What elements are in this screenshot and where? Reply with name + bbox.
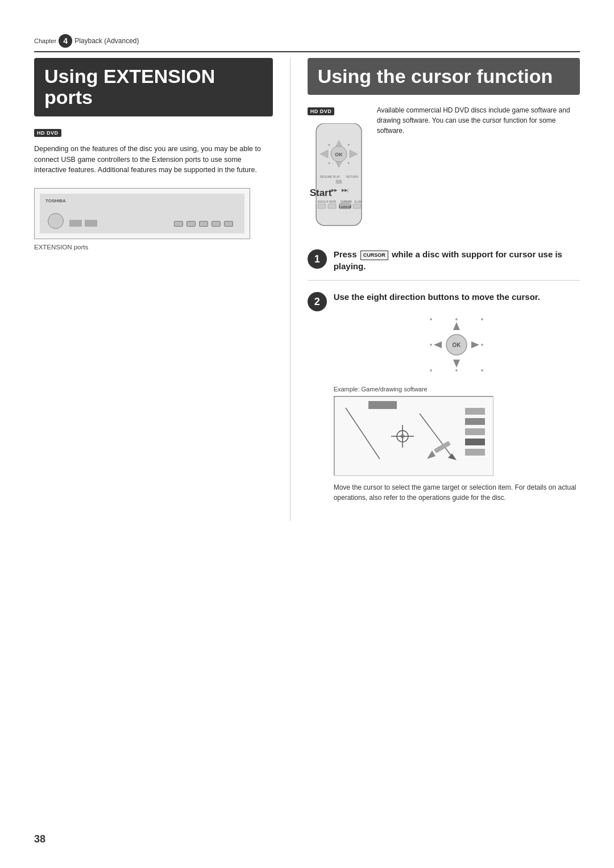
svg-rect-40 (368, 401, 397, 409)
right-intro-area: HD DVD (308, 105, 580, 239)
right-intro-paragraph: Available commercial HD DVD discs includ… (377, 105, 580, 136)
svg-point-8 (347, 144, 349, 146)
svg-point-9 (328, 162, 330, 164)
step-1: 1 Press CURSOR while a disc with support… (308, 248, 580, 281)
svg-point-10 (347, 162, 349, 164)
usb-port-1 (174, 221, 183, 227)
remote-image: HD DVD (308, 105, 370, 239)
step-1-text-before: Press (334, 249, 357, 259)
left-column: Using EXTENSION ports HD DVD Depending o… (34, 58, 291, 521)
svg-rect-13 (336, 180, 342, 183)
device-caption: EXTENSION ports (34, 244, 273, 251)
svg-rect-24 (353, 204, 361, 208)
step-1-number: 1 (308, 249, 327, 269)
svg-point-31 (430, 369, 432, 372)
svg-text:CURSOR: CURSOR (339, 205, 351, 208)
device-inner: TOSHIBA (40, 194, 244, 233)
usb-port-4 (211, 221, 221, 227)
chapter-header: Chapter 4 Playback (Advanced) (34, 34, 580, 52)
dpad-svg: OK (422, 311, 491, 379)
svg-point-29 (481, 344, 483, 346)
device-slots (69, 220, 97, 227)
svg-point-30 (430, 318, 432, 320)
svg-text:▶▶: ▶▶ (331, 188, 338, 192)
right-column: Using the cursor function HD DVD (291, 58, 580, 521)
svg-rect-45 (465, 449, 485, 456)
two-col-layout: Using EXTENSION ports HD DVD Depending o… (34, 58, 580, 521)
chapter-title: Playback (Advanced) (74, 37, 139, 45)
step-2-number: 2 (308, 292, 327, 311)
step-1-title: Press CURSOR while a disc with support f… (334, 248, 580, 272)
page-number: 38 (34, 833, 45, 845)
svg-point-25 (455, 318, 458, 320)
left-hd-dvd-badge: HD DVD (34, 127, 273, 141)
page: Chapter 4 Playback (Advanced) Using EXTE… (0, 0, 614, 868)
svg-point-32 (481, 369, 483, 372)
svg-marker-34 (453, 360, 460, 368)
svg-marker-35 (434, 341, 442, 348)
device-slot-2 (85, 220, 97, 227)
device-usb-ports (174, 221, 233, 227)
svg-rect-22 (318, 204, 326, 208)
step-2-title: Use the eight direction buttons to move … (334, 291, 580, 303)
svg-point-27 (455, 369, 458, 372)
svg-text:RETURN: RETURN (346, 175, 358, 178)
svg-marker-33 (453, 322, 460, 330)
dpad-illustration: OK (422, 311, 491, 379)
left-section-title: Using EXTENSION ports (34, 58, 273, 116)
left-hd-dvd-label: HD DVD (34, 129, 61, 137)
device-slot-1 (69, 220, 82, 227)
example-label: Example: Game/drawing software (334, 386, 580, 393)
chapter-label: Chapter (34, 37, 56, 44)
game-screen (334, 396, 493, 475)
step-1-content: Press CURSOR while a disc with support f… (334, 248, 580, 272)
svg-text:▶▶|: ▶▶| (342, 188, 349, 193)
usb-port-5 (224, 221, 233, 227)
svg-text:RESUME PLAY: RESUME PLAY (320, 175, 341, 178)
svg-text:OK: OK (453, 342, 462, 348)
svg-rect-23 (328, 204, 336, 208)
right-section-title: Using the cursor function (308, 58, 580, 95)
svg-text:REPB: REPB (329, 201, 336, 203)
svg-rect-42 (465, 418, 485, 425)
svg-point-26 (481, 318, 483, 320)
svg-marker-36 (471, 341, 479, 348)
svg-point-7 (328, 144, 330, 146)
bottom-description: Move the cursor to select the game targe… (334, 482, 580, 503)
remote-svg: OK RESUME PLAY RETURN ▶▶ (308, 123, 370, 237)
step-2-content: Use the eight direction buttons to move … (334, 291, 580, 503)
start-label: Start (310, 187, 332, 199)
game-screen-svg (334, 397, 493, 476)
svg-rect-43 (465, 428, 485, 435)
usb-port-3 (199, 221, 208, 227)
svg-text:OK: OK (335, 152, 343, 157)
cursor-key: CURSOR (360, 251, 388, 260)
hd-dvd-badge-right: HD DVD (308, 105, 370, 120)
device-image: TOSHIBA (34, 188, 250, 239)
right-intro-text-area: Available commercial HD DVD discs includ… (377, 105, 580, 239)
svg-point-28 (430, 344, 432, 346)
usb-port-2 (186, 221, 196, 227)
svg-rect-41 (465, 408, 485, 415)
right-hd-dvd-label: HD DVD (308, 107, 335, 115)
svg-rect-44 (465, 439, 485, 445)
svg-text:SLOW: SLOW (354, 201, 362, 203)
device-logo: TOSHIBA (45, 198, 66, 203)
svg-rect-0 (316, 123, 362, 226)
step-2: 2 Use the eight direction buttons to mov… (308, 291, 580, 511)
svg-text:BACKUP: BACKUP (318, 201, 329, 203)
left-intro-text: Depending on the features of the disc yo… (34, 144, 273, 176)
device-circle-slot (48, 213, 64, 229)
svg-text:CURSOR: CURSOR (341, 201, 352, 203)
chapter-number: 4 (59, 34, 72, 48)
